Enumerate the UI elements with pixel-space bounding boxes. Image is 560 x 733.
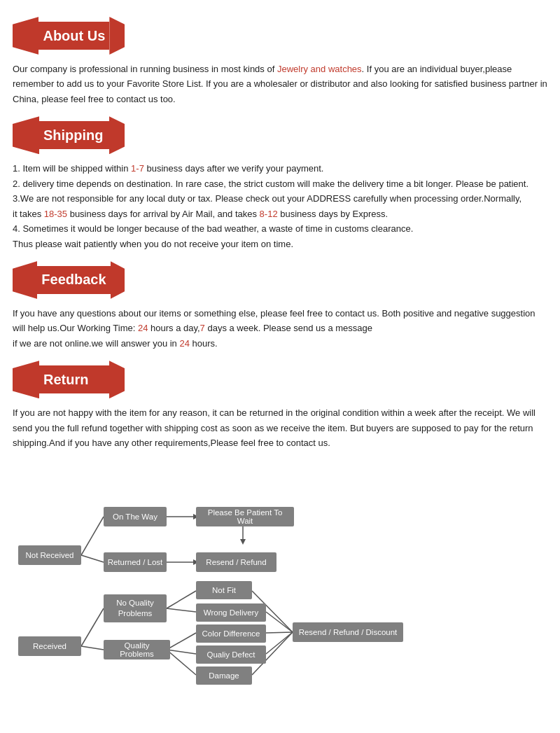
feedback-banner-left <box>13 261 37 299</box>
fc-on-the-way: On The Way <box>104 507 167 526</box>
fc-returned-lost: Returned / Lost <box>104 552 167 572</box>
feedback-text-4: hours. <box>190 338 218 349</box>
svg-line-17 <box>266 632 293 633</box>
fc-quality-defect: Qualiy Defect <box>196 645 266 664</box>
fc-wrong-delivery: Wrong Delivery <box>196 603 266 622</box>
banner-center-shipping: Shipping <box>39 121 109 149</box>
svg-line-10 <box>167 591 196 608</box>
svg-line-16 <box>266 612 293 632</box>
feedback-text-2: hours a day, <box>148 323 200 333</box>
fc-resend-refund-discount: Resend / Refund / Discount <box>293 622 403 642</box>
feedback-text: If you have any questions about our item… <box>13 306 547 351</box>
banner-right-decor <box>109 17 125 55</box>
about-us-header: About Us <box>13 17 547 55</box>
return-title: Return <box>43 372 88 388</box>
fc-not-fit: Not Fit <box>196 581 252 599</box>
shipping-banner: Shipping <box>13 116 125 154</box>
return-banner: Return <box>13 361 125 398</box>
shipping-header: Shipping <box>13 116 547 154</box>
flowchart-section: Not Received On The Way Returned / Lost … <box>13 479 547 703</box>
fc-quality-problems: Quality Problems <box>104 640 170 659</box>
fc-damage: Damage <box>196 666 252 685</box>
svg-line-18 <box>266 632 293 654</box>
banner-center-feedback: Feedback <box>37 266 110 294</box>
fc-please-patient: Please Be Patient To Wait <box>196 507 294 526</box>
shipping-item-3: 3.We are not responsible for any local d… <box>13 191 547 221</box>
svg-line-1 <box>81 555 104 562</box>
feedback-days: 7 <box>200 323 205 333</box>
feedback-title: Feedback <box>41 272 106 288</box>
about-text-1: Our company is professional in running b… <box>13 64 277 74</box>
return-banner-right <box>109 361 125 398</box>
return-banner-left <box>13 361 39 398</box>
feedback-reply-hours: 24 <box>179 338 189 349</box>
fc-no-quality: No QualityProblems <box>104 594 167 622</box>
svg-line-9 <box>81 646 104 650</box>
about-us-banner: About Us <box>13 17 125 55</box>
shipping-item-1: 1. Item will be shipped within 1-7 busin… <box>13 161 547 176</box>
fc-received: Received <box>18 636 81 656</box>
svg-line-8 <box>81 608 104 646</box>
shipping-banner-right <box>109 116 125 154</box>
shipping-days-2: 18-35 <box>44 209 67 219</box>
feedback-banner: Feedback <box>13 261 125 299</box>
about-us-title: About Us <box>43 28 105 44</box>
page-container: About Us Our company is professional in … <box>0 0 560 710</box>
svg-marker-7 <box>240 539 246 545</box>
svg-line-12 <box>167 633 196 650</box>
shipping-item-5: Thus please wait patiently when you do n… <box>13 237 547 251</box>
fc-not-received: Not Received <box>18 545 81 565</box>
about-us-text: Our company is professional in running b… <box>13 62 547 106</box>
return-text: If you are not happy with the item for a… <box>13 405 547 450</box>
jewelry-watches-link[interactable]: Jewelry and watches <box>277 64 362 74</box>
banner-left-decor <box>13 17 38 55</box>
shipping-title: Shipping <box>43 127 104 144</box>
feedback-header: Feedback <box>13 261 547 299</box>
return-header: Return <box>13 361 547 398</box>
shipping-item-4: 4. Sometimes it would be longer because … <box>13 221 547 236</box>
shipping-text: 1. Item will be shipped within 1-7 busin… <box>13 161 547 251</box>
shipping-item-2: 2. delivery time depends on destination.… <box>13 176 547 191</box>
banner-center-about: About Us <box>38 22 109 50</box>
feedback-banner-right <box>111 261 125 299</box>
shipping-banner-left <box>13 116 39 154</box>
fc-resend-refund: Resend / Refund <box>196 552 276 572</box>
shipping-days-1: 1-7 <box>131 163 144 174</box>
banner-center-return: Return <box>39 365 109 393</box>
feedback-hours: 24 <box>138 323 148 333</box>
fc-color-difference: Color Difference <box>196 624 266 643</box>
svg-line-11 <box>167 608 196 612</box>
svg-line-0 <box>81 517 104 555</box>
shipping-days-3: 8-12 <box>260 209 278 219</box>
